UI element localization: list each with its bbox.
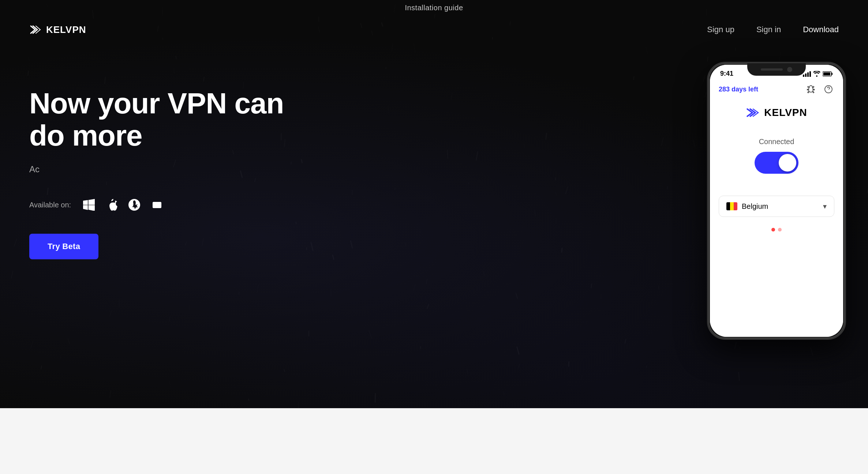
windows-icon[interactable] [82,198,96,212]
bg-dash [503,392,504,395]
bg-dash [103,375,104,382]
banner-text: Installation guide [405,4,463,12]
app-logo: KELVPN [746,106,807,119]
phone-mockup: 9:41 [707,62,846,340]
installation-guide-banner[interactable]: Installation guide [0,0,868,16]
battery-icon [823,71,833,77]
dot-2 [778,228,782,232]
svg-point-0 [155,205,156,206]
macos-icon[interactable] [105,198,119,212]
svg-rect-7 [831,73,833,75]
bg-dash [568,361,569,367]
navbar: KELVPN Sign up Sign in Download [0,16,868,44]
location-name: Belgium [742,202,768,211]
app-logo-icon [746,106,760,119]
logo[interactable]: KELVPN [29,23,86,36]
try-beta-button[interactable]: Try Beta [29,234,98,259]
svg-point-1 [158,205,160,206]
phone-frame: 9:41 [707,62,846,340]
dot-1 [771,228,775,232]
bg-dash [519,364,520,368]
phone-speaker [761,68,783,71]
app-logo-text: KELVPN [764,107,807,118]
hero-section: Now your VPN can do more Ac Available on… [0,44,868,351]
logo-text: KELVPN [46,24,86,35]
phone-camera [787,67,792,72]
bg-dash [41,365,42,369]
nav-signup[interactable]: Sign up [707,25,734,34]
bg-dash [692,389,693,391]
phone-app-content: 283 days left [710,80,843,337]
bottom-section [0,408,868,474]
android-icon[interactable] [150,198,164,212]
linux-icon[interactable] [127,198,141,212]
bug-icon[interactable] [805,83,817,95]
svg-rect-5 [809,71,811,77]
svg-rect-3 [805,74,807,77]
svg-rect-8 [823,72,830,75]
bg-dash [169,381,172,387]
platform-icons [82,198,164,212]
belgium-flag [726,202,737,210]
hero-subtitle: Ac [29,163,285,176]
svg-rect-2 [803,75,804,77]
connection-status-label: Connected [759,138,794,146]
bg-dash [297,357,300,366]
available-on: Available on: [29,198,285,212]
status-time: 9:41 [720,70,733,78]
nav-download[interactable]: Download [803,25,839,34]
bg-dash [298,402,299,408]
app-top-bar: 283 days left [719,83,834,95]
phone-screen: 9:41 [710,65,843,337]
bg-dash [581,375,583,380]
bg-dash [109,390,111,398]
bg-dash [467,369,468,374]
svg-rect-4 [807,72,809,77]
bg-dash [60,355,61,359]
help-icon[interactable] [823,83,834,95]
bg-dash [646,365,647,368]
app-action-icons [805,83,834,95]
pagination-dots [771,228,782,232]
bg-dash [248,399,250,401]
available-label: Available on: [29,201,71,209]
bg-dash [62,375,63,378]
bg-dash [738,372,740,381]
logo-icon [29,23,42,36]
vpn-toggle[interactable] [755,152,798,174]
phone-notch [747,63,806,76]
nav-signin[interactable]: Sign in [756,25,781,34]
location-left: Belgium [726,202,768,211]
bg-dash [284,369,285,372]
location-selector[interactable]: Belgium ▾ [719,196,834,217]
wifi-icon [813,71,820,77]
days-left: 283 days left [719,86,758,93]
hero-content: Now your VPN can do more Ac Available on… [29,73,285,259]
hero-title: Now your VPN can do more [29,87,285,152]
nav-links: Sign up Sign in Download [707,25,839,34]
bg-dash [808,386,809,389]
status-icons [803,71,833,77]
bg-dash [375,393,376,402]
toggle-knob [779,154,796,172]
chevron-down-icon: ▾ [823,202,827,211]
